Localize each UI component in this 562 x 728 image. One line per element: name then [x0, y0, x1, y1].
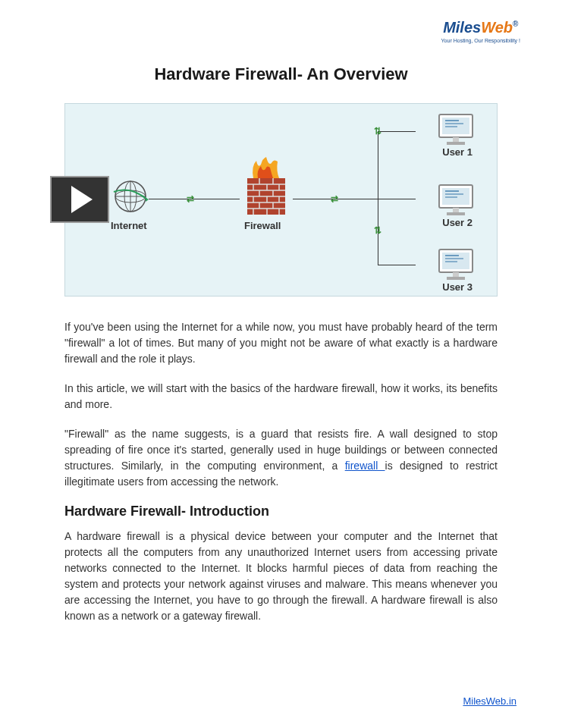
paragraph: In this article, we will start with the …: [64, 381, 498, 413]
connection-line: [378, 265, 416, 265]
monitor-icon: [436, 182, 476, 221]
section-heading: Hardware Firewall- Introduction: [64, 504, 498, 519]
svg-rect-47: [447, 277, 465, 280]
svg-rect-40: [447, 212, 465, 215]
user1-label: User 1: [442, 146, 473, 158]
connection-line: [378, 131, 378, 265]
bolt-icon: ⇄: [187, 193, 194, 204]
connection-line: [378, 199, 416, 199]
bolt-icon: ⇅: [374, 126, 381, 136]
firewall-diagram: Internet: [64, 103, 498, 297]
page-title: Hardware Firewall- An Overview: [38, 64, 524, 84]
paragraph: If you've been using the Internet for a …: [64, 319, 498, 367]
bolt-icon: ⇅: [374, 225, 381, 236]
logo-part2: Web: [481, 19, 513, 36]
logo-part1: Miles: [443, 19, 481, 36]
svg-rect-32: [453, 137, 459, 142]
user2-label: User 2: [442, 217, 473, 228]
logo-tagline: Your Hosting, Our Responsibility !: [441, 38, 520, 43]
firewall-icon: [240, 157, 293, 221]
play-button[interactable]: [50, 176, 109, 223]
footer-link[interactable]: MilesWeb.in: [463, 695, 516, 707]
firewall-label: Firewall: [244, 220, 281, 231]
paragraph: A hardware firewall is a physical device…: [64, 529, 498, 624]
svg-rect-46: [453, 272, 459, 277]
connection-line: [378, 131, 416, 132]
svg-rect-33: [447, 142, 465, 145]
logo-text: MilesWeb®: [441, 19, 520, 36]
bolt-icon: ⇄: [331, 193, 338, 204]
paragraph: "Firewall" as the name suggests, is a gu…: [64, 426, 498, 490]
user3-label: User 3: [442, 281, 473, 293]
connection-line: [149, 199, 240, 199]
monitor-icon: [436, 111, 476, 151]
firewall-link[interactable]: firewall: [345, 460, 385, 472]
svg-rect-39: [453, 208, 459, 212]
article-content: If you've been using the Internet for a …: [38, 319, 524, 624]
logo-registered: ®: [513, 20, 518, 28]
play-icon: [71, 186, 93, 213]
monitor-icon: [436, 246, 476, 286]
internet-label: Internet: [111, 220, 147, 231]
globe-icon: [112, 178, 149, 218]
brand-logo: MilesWeb® Your Hosting, Our Responsibili…: [441, 19, 520, 43]
footer-link-wrap: MilesWeb.in: [463, 695, 516, 707]
